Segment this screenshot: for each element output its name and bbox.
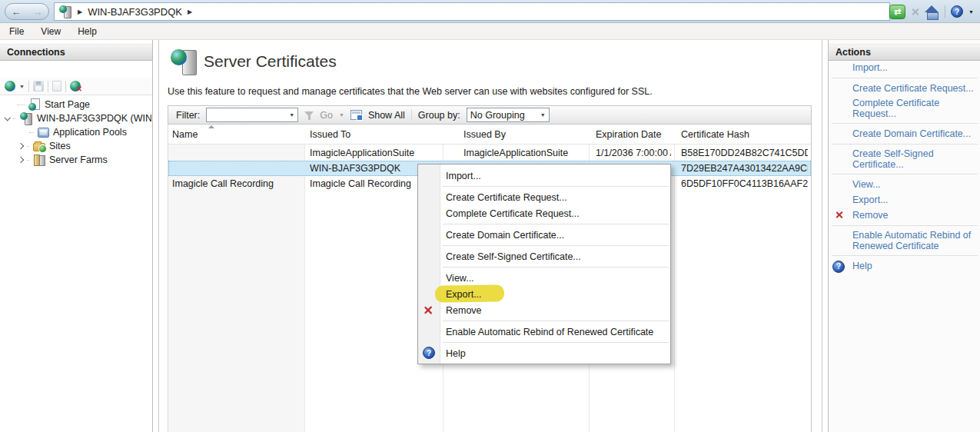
menu-divider xyxy=(443,267,669,268)
back-button[interactable]: ← xyxy=(12,6,22,18)
save-connections-icon xyxy=(33,81,44,91)
chevron-down-icon[interactable] xyxy=(4,115,10,121)
chevron-right-icon[interactable] xyxy=(18,143,24,149)
toolbar-divider xyxy=(411,109,412,121)
remove-x-icon xyxy=(835,211,843,219)
tree-item-server[interactable]: WIN-BJAF3G3PDQK (WIN-BJA xyxy=(0,111,151,125)
go-dropdown-caret-icon[interactable]: ▼ xyxy=(339,112,344,118)
cell-hash: B58E170DD24B82C741C5DD9... xyxy=(681,148,808,158)
action-label: Help xyxy=(852,261,872,271)
menu-item-import[interactable]: Import... xyxy=(418,168,670,184)
breadcrumb-server[interactable]: WIN-BJAF3G3PDQK xyxy=(88,6,182,18)
action-create-self-signed-certificate[interactable]: Create Self-Signed Certificate... xyxy=(829,147,980,171)
menu-item-remove[interactable]: Remove xyxy=(418,302,670,318)
tree-item-sites[interactable]: Sites xyxy=(0,139,151,153)
action-enable-automatic-rebind[interactable]: Enable Automatic Rebind of Renewed Certi… xyxy=(829,228,975,253)
actions-divider xyxy=(832,123,978,124)
chevron-down-icon[interactable]: ▼ xyxy=(540,112,546,118)
help-icon[interactable]: ? xyxy=(951,5,963,18)
action-view[interactable]: View... xyxy=(829,177,980,192)
actions-header: Actions xyxy=(829,44,980,61)
go-button[interactable]: Go xyxy=(320,110,333,121)
action-create-domain-certificate[interactable]: Create Domain Certificate... xyxy=(829,126,980,141)
menu-item-view[interactable]: View... xyxy=(418,270,670,286)
action-help[interactable]: ? Help xyxy=(829,258,980,274)
forward-button[interactable]: → xyxy=(33,6,43,18)
delete-connection-icon[interactable] xyxy=(70,81,81,91)
tree-item-label: Application Pools xyxy=(53,127,127,138)
menu-item-create-domain-certificate[interactable]: Create Domain Certificate... xyxy=(418,227,670,243)
action-label: Create Self-Signed Certificate... xyxy=(852,148,978,170)
tree-item-label: Sites xyxy=(49,141,71,151)
tree-item-label: Server Farms xyxy=(49,155,108,165)
column-header-name[interactable]: Name xyxy=(172,129,198,140)
column-header-certificate-hash[interactable]: Certificate Hash xyxy=(681,129,749,140)
refresh-icon[interactable]: ⇄ xyxy=(889,5,905,19)
cell-hash: 7D29EB247A43013422AA9CFD... xyxy=(681,163,808,174)
menu-file[interactable]: File xyxy=(9,26,24,37)
menu-item-export[interactable]: Export... xyxy=(418,286,670,302)
connections-tree: Start Page WIN-BJAF3G3PDQK (WIN-BJA Appl… xyxy=(0,98,151,167)
panel-splitter[interactable] xyxy=(158,40,159,432)
group-by-select[interactable]: No Grouping ▼ xyxy=(467,108,550,122)
list-header: Name Issued To Issued By Expiration Date… xyxy=(168,125,811,145)
sort-ascending-icon xyxy=(208,125,214,128)
server-icon xyxy=(59,5,72,18)
action-complete-certificate-request[interactable]: Complete Certificate Request... xyxy=(829,96,980,121)
column-header-expiration-date[interactable]: Expiration Date xyxy=(596,129,661,140)
action-export[interactable]: Export... xyxy=(829,192,980,208)
up-level-icon xyxy=(52,81,61,91)
menu-divider xyxy=(443,342,669,343)
chevron-down-icon[interactable]: ▼ xyxy=(289,112,294,118)
menu-item-complete-certificate-request[interactable]: Complete Certificate Request... xyxy=(418,205,670,221)
breadcrumb-arrow-icon[interactable]: ▶ xyxy=(188,8,192,15)
action-create-certificate-request[interactable]: Create Certificate Request... xyxy=(829,81,980,96)
actions-list: Import... Create Certificate Request... … xyxy=(829,60,980,274)
help-icon: ? xyxy=(423,347,435,359)
action-label: View... xyxy=(852,179,881,190)
help-dropdown-caret-icon[interactable]: ▼ xyxy=(968,9,974,15)
menu-item-label: Export... xyxy=(446,289,482,300)
tree-item-server-farms[interactable]: Server Farms xyxy=(0,153,151,167)
tree-item-start-page[interactable]: Start Page xyxy=(0,98,151,111)
action-remove[interactable]: Remove xyxy=(829,208,980,223)
actions-title: Actions xyxy=(835,47,871,58)
page-title: Server Certificates xyxy=(204,52,337,71)
create-connection-caret-icon[interactable]: ▼ xyxy=(19,84,25,89)
menu-item-label: Enable Automatic Rebind of Renewed Certi… xyxy=(446,327,653,337)
breadcrumb-bar[interactable]: ▶ WIN-BJAF3G3PDQK ▶ xyxy=(54,2,890,21)
home-icon[interactable] xyxy=(925,5,939,18)
breadcrumb-arrow-icon[interactable]: ▶ xyxy=(78,8,82,15)
menu-divider xyxy=(443,224,669,224)
sites-folder-icon xyxy=(33,143,45,151)
table-row[interactable]: ImagicleApplicationSuite ImagicleApplica… xyxy=(168,145,811,161)
tree-item-application-pools[interactable]: Application Pools xyxy=(0,125,151,139)
menu-item-help[interactable]: ? Help xyxy=(418,345,670,361)
remove-x-icon xyxy=(423,305,433,315)
nav-buttons: ← → xyxy=(5,3,49,20)
action-label: Complete Certificate Request... xyxy=(852,98,978,119)
toolbar-divider xyxy=(28,81,29,92)
context-menu: Import... Create Certificate Request... … xyxy=(417,164,671,364)
filter-label: Filter: xyxy=(176,110,200,121)
actions-divider xyxy=(832,78,978,78)
show-all-button[interactable]: Show All xyxy=(368,110,405,121)
panel-divider xyxy=(822,40,822,432)
action-import[interactable]: Import... xyxy=(829,60,980,75)
go-filter-icon xyxy=(304,111,314,117)
toolbar-divider xyxy=(65,81,66,92)
column-header-issued-by[interactable]: Issued By xyxy=(463,129,506,140)
create-connection-icon[interactable] xyxy=(5,81,15,91)
menu-item-create-certificate-request[interactable]: Create Certificate Request... xyxy=(418,189,670,205)
chevron-right-icon[interactable] xyxy=(18,157,24,163)
menu-help[interactable]: Help xyxy=(78,26,97,37)
tree-item-label: Start Page xyxy=(45,99,90,110)
column-header-issued-to[interactable]: Issued To xyxy=(310,129,350,140)
server-icon xyxy=(20,112,33,125)
filter-input[interactable]: ▼ xyxy=(206,108,298,122)
actions-divider xyxy=(832,255,978,256)
help-icon: ? xyxy=(832,261,845,273)
menu-item-create-self-signed-certificate[interactable]: Create Self-Signed Certificate... xyxy=(418,248,670,264)
menu-view[interactable]: View xyxy=(41,26,61,37)
menu-item-enable-automatic-rebind[interactable]: Enable Automatic Rebind of Renewed Certi… xyxy=(418,324,670,340)
